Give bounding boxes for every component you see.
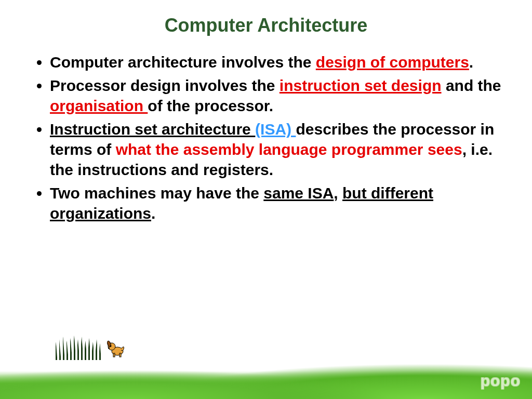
text-run-isa: (ISA) [255, 121, 296, 138]
text-run: Processor design involves the [50, 77, 280, 94]
text-run: , [334, 184, 342, 202]
dog-icon [106, 338, 127, 357]
slide-title: Computer Architecture [0, 0, 532, 42]
svg-rect-5 [113, 353, 115, 357]
text-run: and the [442, 77, 501, 94]
svg-point-4 [108, 348, 110, 349]
svg-rect-6 [119, 353, 121, 357]
text-run-emph: instruction set design [280, 77, 442, 94]
text-run-emph: design of computers [316, 54, 469, 71]
text-run-underline: Instruction set architecture [50, 121, 255, 138]
text-run: . [151, 205, 155, 222]
svg-point-3 [110, 345, 112, 347]
slide-content: Computer architecture involves the desig… [0, 42, 532, 223]
text-run: Computer architecture involves the [50, 54, 316, 71]
text-run-underline: same ISA [263, 184, 334, 202]
text-run-emph: what the assembly language programmer se… [116, 141, 462, 158]
text-run: of the processor. [148, 97, 273, 114]
bullet-item-3: Instruction set architecture (ISA) descr… [50, 119, 506, 180]
text-run: . [469, 54, 473, 71]
watermark-text: popo [481, 372, 521, 390]
grass-decoration [0, 337, 532, 399]
text-run: Two machines may have the [50, 184, 263, 202]
bullet-item-1: Computer architecture involves the desig… [50, 52, 506, 72]
bullet-list: Computer architecture involves the desig… [36, 52, 506, 223]
text-run-emph: organisation [50, 97, 148, 114]
bullet-item-2: Processor design involves the instructio… [50, 75, 506, 116]
slide: Computer Architecture Computer architect… [0, 0, 532, 399]
bullet-item-4: Two machines may have the same ISA, but … [50, 183, 506, 223]
